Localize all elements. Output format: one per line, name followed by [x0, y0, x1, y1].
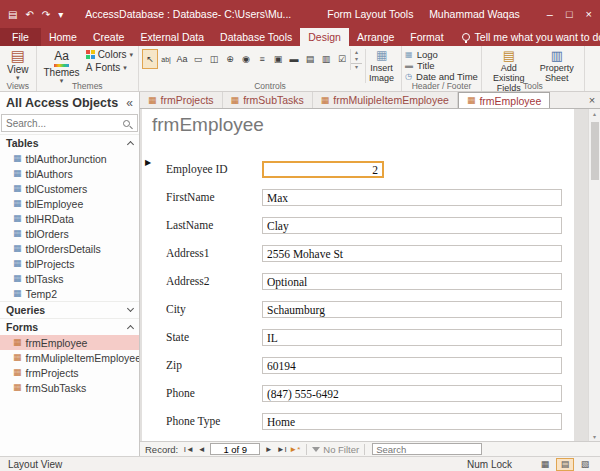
themes-button[interactable]: Aa Themes ▾ — [40, 47, 84, 84]
maximize-icon[interactable]: □ — [566, 8, 573, 20]
logo-button[interactable]: ▦ Logo — [405, 49, 478, 59]
insert-image-button[interactable]: ▦ Insert Image — [365, 49, 397, 83]
field-label[interactable]: City — [166, 303, 186, 315]
ribbon-tab-create[interactable]: Create — [85, 28, 133, 46]
nav-item-tblauthors[interactable]: ▦tblAuthors — [0, 166, 139, 181]
nav-item-tblemployee[interactable]: ▦tblEmployee — [0, 196, 139, 211]
ribbon-tab-arrange[interactable]: Arrange — [349, 28, 402, 46]
field-input[interactable]: Clay — [262, 217, 562, 234]
gallery-scroll-down-icon[interactable]: ▾ — [351, 56, 362, 63]
next-record-icon[interactable]: ► — [262, 445, 275, 454]
nav-item-tblordersdetails[interactable]: ▦tblOrdersDetails — [0, 241, 139, 256]
field-label[interactable]: LastName — [166, 219, 213, 231]
field-input[interactable]: 2556 Mohave St — [262, 245, 562, 262]
nav-item-frmprojects[interactable]: ▦frmProjects — [0, 365, 139, 380]
search-input[interactable] — [2, 118, 123, 129]
nav-item-frmsubtasks[interactable]: ▦frmSubTasks — [0, 380, 139, 395]
nav-item-temp2[interactable]: ▦Temp2 — [0, 286, 139, 301]
section-queries[interactable]: Queries — [0, 301, 139, 318]
nav-item-tblprojects[interactable]: ▦tblProjects — [0, 256, 139, 271]
nav-item-tbltasks[interactable]: ▦tblTasks — [0, 271, 139, 286]
nav-item-frmmulipleitememployee[interactable]: ▦frmMulipleItemEmployee — [0, 350, 139, 365]
scroll-up-icon[interactable]: ▴ — [593, 110, 596, 117]
gallery-scroll-up-icon[interactable]: ▴ — [351, 49, 362, 56]
doc-tab-frmsubtasks[interactable]: ▦frmSubTasks — [223, 92, 313, 108]
nav-item-tblorders[interactable]: ▦tblOrders — [0, 226, 139, 241]
date-time-button[interactable]: ◷ Date and Time — [405, 71, 478, 81]
field-input[interactable]: Schaumburg — [262, 301, 562, 318]
close-object-icon[interactable]: × — [584, 92, 600, 108]
vertical-scrollbar[interactable]: ▴ ▾ — [588, 109, 600, 441]
record-search-input[interactable] — [372, 443, 482, 455]
control-page-break-icon[interactable]: ▬ — [286, 49, 302, 69]
control-text-box-icon[interactable]: ab| — [158, 49, 174, 69]
control-list-box-icon[interactable]: ▥ — [318, 49, 334, 69]
field-input[interactable]: Home — [262, 413, 562, 430]
section-forms[interactable]: Forms — [0, 318, 139, 335]
property-sheet-button[interactable]: ▥ Property Sheet — [533, 47, 581, 84]
field-label[interactable]: Zip — [166, 359, 182, 371]
ribbon-tab-design[interactable]: Design — [300, 28, 349, 46]
form-view-button[interactable]: ▦ — [536, 458, 554, 471]
control-hyperlink-icon[interactable]: ⊕ — [222, 49, 238, 69]
ribbon-tab-file[interactable]: File — [0, 28, 41, 46]
control-option-group-icon[interactable]: ▣ — [270, 49, 286, 69]
control-navigation-icon[interactable]: ≡ — [254, 49, 270, 69]
control-web-browser-icon[interactable]: ◉ — [238, 49, 254, 69]
nav-item-tblcustomers[interactable]: ▦tblCustomers — [0, 181, 139, 196]
control-button-icon[interactable]: ▭ — [190, 49, 206, 69]
form-title[interactable]: frmEmployee — [152, 114, 264, 136]
ribbon-tab-external-data[interactable]: External Data — [132, 28, 212, 46]
field-label[interactable]: Address2 — [166, 275, 209, 287]
ribbon-tab-format[interactable]: Format — [402, 28, 451, 46]
previous-record-icon[interactable]: ◄ — [195, 445, 208, 454]
title-button[interactable]: ▬ Title — [405, 60, 478, 70]
control-combo-box-icon[interactable]: ▤ — [302, 49, 318, 69]
redo-icon[interactable]: ↷ — [42, 9, 50, 20]
nav-item-frmemployee[interactable]: ▦frmEmployee — [0, 335, 139, 350]
tell-me-box[interactable]: Tell me what you want to do — [462, 28, 600, 46]
scrollbar-thumb[interactable] — [591, 122, 599, 180]
field-label[interactable]: FirstName — [166, 191, 215, 203]
field-label[interactable]: Phone — [166, 387, 195, 399]
last-record-icon[interactable]: ►Ι — [275, 445, 288, 454]
control-select-icon[interactable]: ↖ — [142, 49, 158, 69]
first-record-icon[interactable]: Ι◄ — [182, 445, 195, 454]
save-icon[interactable]: ▤ — [8, 9, 17, 20]
field-label[interactable]: Address1 — [166, 247, 209, 259]
control-label-icon[interactable]: Aa — [174, 49, 190, 69]
field-input[interactable]: Max — [262, 189, 562, 206]
field-label[interactable]: Employee ID — [166, 163, 228, 175]
nav-pane-title[interactable]: All Access Objects — [6, 96, 118, 110]
minimize-icon[interactable]: – — [547, 8, 553, 20]
section-tables[interactable]: Tables — [0, 134, 139, 151]
field-input[interactable]: 60194 — [262, 357, 562, 374]
view-button[interactable]: ▤ View ▾ — [3, 47, 33, 81]
undo-icon[interactable]: ↶ — [25, 9, 33, 20]
field-input[interactable]: IL — [262, 329, 562, 346]
layout-view-button[interactable]: ▤ — [556, 458, 574, 471]
account-user-name[interactable]: Muhammad Waqas — [429, 8, 520, 20]
control-check-box-icon[interactable]: ☑ — [334, 49, 350, 69]
doc-tab-frmprojects[interactable]: ▦frmProjects — [140, 92, 223, 108]
new-record-icon[interactable]: ►* — [288, 445, 301, 454]
scroll-down-icon[interactable]: ▾ — [593, 433, 596, 440]
field-label[interactable]: Phone Type — [166, 415, 220, 427]
filter-status[interactable]: No Filter — [323, 444, 359, 455]
colors-button[interactable]: Colors ▾ — [84, 49, 135, 60]
field-input-employee-id[interactable]: 2 — [262, 161, 384, 178]
record-position-input[interactable] — [210, 443, 260, 455]
nav-item-tblhrdata[interactable]: ▦tblHRData — [0, 211, 139, 226]
fonts-button[interactable]: A Fonts ▾ — [84, 62, 135, 73]
qat-customize-icon[interactable]: ▾ — [58, 9, 63, 20]
field-label[interactable]: State — [166, 331, 189, 343]
doc-tab-frmemployee[interactable]: ▦frmEmployee — [458, 92, 550, 108]
field-input[interactable]: (847) 555-6492 — [262, 385, 562, 402]
ribbon-tab-database-tools[interactable]: Database Tools — [212, 28, 300, 46]
doc-tab-frmmulipleitememployee[interactable]: ▦frmMulipleItemEmployee — [313, 92, 458, 108]
ribbon-tab-home[interactable]: Home — [41, 28, 85, 46]
gallery-more-icon[interactable]: ▾ — [351, 63, 362, 70]
close-icon[interactable]: × — [586, 8, 592, 20]
field-input[interactable]: Optional — [262, 273, 562, 290]
shutter-bar-icon[interactable]: « — [126, 96, 133, 110]
